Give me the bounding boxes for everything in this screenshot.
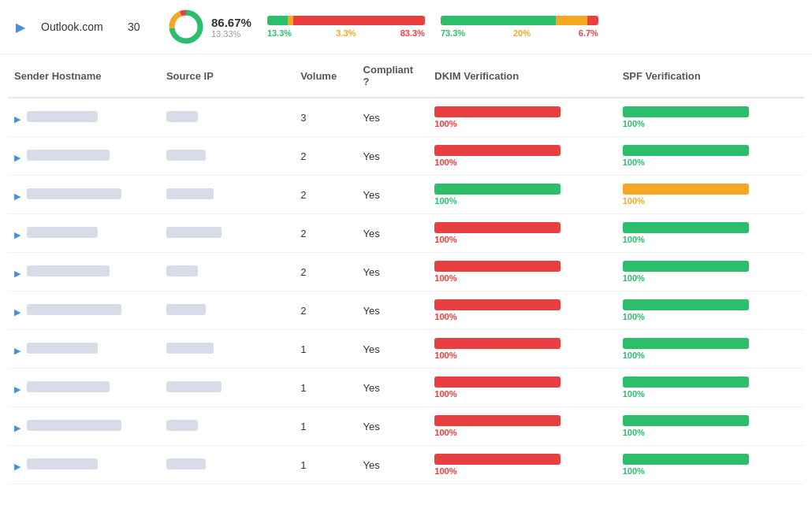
spf-bar-cell: 100% [623,261,798,283]
spf-yellow-segment [556,16,587,25]
sender-hostname-cell: ▶ [8,137,160,176]
table-header-row: Sender Hostname Source IP Volume Complia… [8,54,804,98]
sender-hostname-blurred [27,265,110,276]
source-name: Outlook.com [41,20,112,33]
dkim-pct-label: 100% [434,389,609,399]
sender-hostname-blurred [27,420,121,431]
sender-hostname-cell: ▶ [8,291,160,330]
row-expand-arrow[interactable]: ▶ [14,384,20,395]
table-row: ▶ 2 Yes 100% 100% [8,253,804,291]
dkim-bar [434,338,561,349]
compliant-value: Yes [363,228,380,239]
dkim-cell: 100% [428,137,616,176]
spf-pct-label: 100% [623,351,798,360]
spf-summary-bar: 73.3% 20% 6.7% [441,16,598,38]
compliant-value: Yes [363,266,380,278]
dkim-pct-label: 100% [434,312,609,321]
volume-value: 2 [300,305,306,317]
dkim-cell: 100% [428,214,616,253]
compliant-value: Yes [363,343,380,355]
sender-hostname-blurred [27,111,98,122]
volume-cell: 2 [294,176,356,214]
source-ip-blurred [166,420,198,431]
dkim-cell: 100% [428,291,616,330]
dkim-bar [434,145,561,156]
row-expand-arrow[interactable]: ▶ [14,307,20,317]
table-row: ▶ 2 Yes 100% 100% [8,176,804,214]
volume-cell: 2 [294,214,356,253]
dkim-bar-labels: 13.3% 3.3% 83.3% [267,28,425,38]
dkim-pct-label: 100% [434,196,609,206]
volume-cell: 1 [294,407,356,446]
dkim-bar [434,222,561,233]
compliant-cell: Yes [357,253,429,291]
sender-hostname-blurred [27,188,121,199]
dkim-cell: 100% [428,98,616,137]
sender-hostname-blurred [27,343,98,354]
volume-value: 1 [300,343,306,355]
dkim-cell: 100% [428,369,616,407]
data-table: Sender Hostname Source IP Volume Complia… [8,54,804,484]
source-ip-cell [160,330,294,369]
row-expand-arrow[interactable]: ▶ [14,346,20,356]
compliant-cell: Yes [357,407,429,446]
donut-chart-wrap: 86.67% 13.33% [167,8,251,46]
row-expand-arrow[interactable]: ▶ [14,269,20,279]
row-expand-arrow[interactable]: ▶ [14,462,20,472]
dkim-bar-cell: 100% [434,338,609,360]
spf-cell: 100% [616,176,804,214]
spf-bar-cell: 100% [623,338,798,360]
source-ip-blurred [166,265,198,276]
donut-main-pct: 86.67% [211,16,251,29]
row-expand-arrow[interactable]: ▶ [14,114,20,124]
spf-cell: 100% [616,253,804,291]
spf-bar-cell: 100% [623,222,798,244]
dkim-pct-label: 100% [434,351,609,360]
col-header-spf: SPF Verification [616,54,804,98]
col-header-ip: Source IP [160,54,294,98]
row-expand-arrow[interactable]: ▶ [14,191,20,202]
row-expand-arrow[interactable]: ▶ [14,423,20,433]
spf-bar-cell: 100% [623,184,798,206]
compliant-value: Yes [363,382,380,394]
dkim-cell: 100% [428,407,616,446]
row-expand-arrow[interactable]: ▶ [14,153,20,163]
volume-cell: 1 [294,330,356,369]
dkim-bar [434,415,561,426]
spf-bar [623,415,749,426]
dkim-bar-stack [267,16,425,25]
row-expand-arrow[interactable]: ▶ [14,230,20,240]
spf-bar [623,299,749,310]
dkim-green-segment [267,16,289,25]
spf-bar [623,222,749,233]
col-header-sender: Sender Hostname [8,54,160,98]
table-row: ▶ 2 Yes 100% 100% [8,291,804,330]
source-ip-cell [160,214,294,253]
table-row: ▶ 1 Yes 100% 100% [8,407,804,446]
dkim-cell: 100% [428,446,616,484]
dkim-bar [434,454,561,465]
volume-value: 1 [300,382,306,394]
back-arrow-icon[interactable]: ▶ [16,20,25,35]
table-row: ▶ 2 Yes 100% 100% [8,214,804,253]
compliant-cell: Yes [357,446,429,484]
spf-bar-cell: 100% [623,106,798,128]
col-header-volume: Volume [294,54,356,98]
spf-cell: 100% [616,137,804,176]
table-row: ▶ 2 Yes 100% 100% [8,137,804,176]
compliant-cell: Yes [357,214,429,253]
sender-hostname-blurred [27,150,110,161]
source-ip-cell [160,369,294,407]
spf-pct-label: 100% [623,158,798,167]
source-ip-cell [160,98,294,137]
spf-red-pct: 6.7% [579,28,598,38]
table-row: ▶ 1 Yes 100% 100% [8,369,804,407]
table-row: ▶ 1 Yes 100% 100% [8,446,804,484]
spf-bar [623,261,749,272]
spf-bar-stack [441,16,598,25]
dkim-red-pct: 83.3% [400,28,425,38]
spf-bar-labels: 73.3% 20% 6.7% [441,28,598,38]
col-header-dkim: DKIM Verification [428,54,616,98]
sender-hostname-cell: ▶ [8,407,160,446]
data-table-wrap: Sender Hostname Source IP Volume Complia… [0,54,812,484]
